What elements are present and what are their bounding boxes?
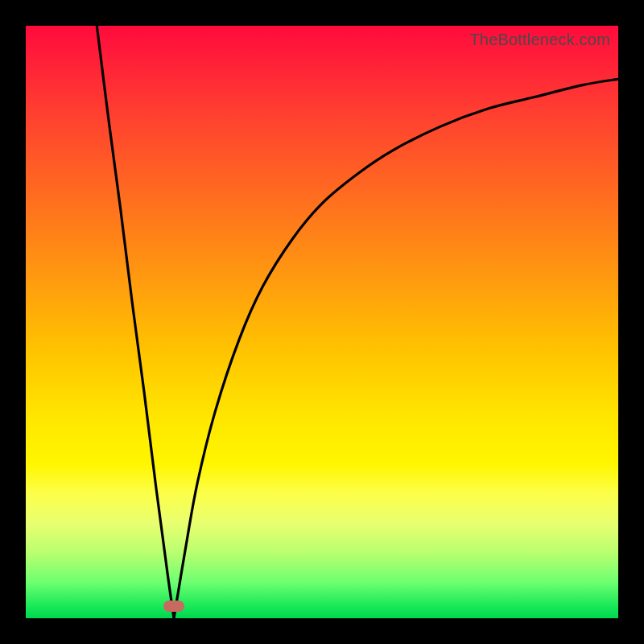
curve-right-segment bbox=[174, 79, 618, 618]
curve-left-segment bbox=[97, 26, 174, 618]
minimum-marker bbox=[163, 601, 184, 612]
bottleneck-curve bbox=[26, 26, 618, 618]
plot-area: TheBottleneck.com bbox=[26, 26, 618, 618]
chart-frame: TheBottleneck.com bbox=[0, 0, 644, 644]
